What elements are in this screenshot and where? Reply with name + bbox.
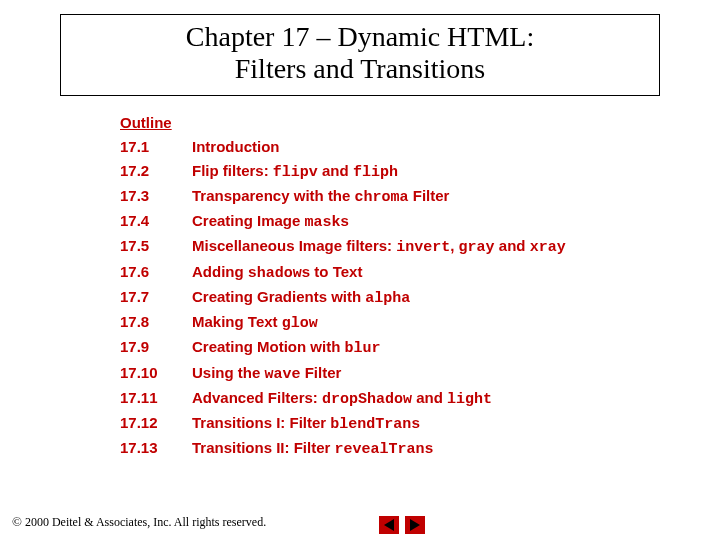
prev-slide-button[interactable]: [379, 516, 399, 534]
copyright-text: 2000 Deitel & Associates, Inc. All right…: [25, 515, 266, 530]
outline-number: 17.7: [120, 285, 192, 310]
outline-number: 17.4: [120, 209, 192, 234]
footer: © 2000 Deitel & Associates, Inc. All rig…: [12, 514, 708, 530]
outline-number: 17.8: [120, 310, 192, 335]
outline-row: 17.6Adding shadows to Text: [120, 260, 680, 285]
outline-number: 17.5: [120, 234, 192, 259]
outline-text: Using the wave Filter: [192, 361, 680, 386]
svg-marker-1: [410, 519, 420, 531]
outline-row: 17.2Flip filters: flipv and fliph: [120, 159, 680, 184]
code-keyword: wave: [265, 366, 301, 383]
outline-text: Creating Motion with blur: [192, 335, 680, 360]
svg-marker-0: [384, 519, 394, 531]
next-slide-button[interactable]: [405, 516, 425, 534]
outline-text: Making Text glow: [192, 310, 680, 335]
outline-row: 17.11Advanced Filters: dropShadow and li…: [120, 386, 680, 411]
outline-row: 17.12Transitions I: Filter blendTrans: [120, 411, 680, 436]
text-span: Using the: [192, 364, 265, 381]
text-span: Transitions II: Filter: [192, 439, 335, 456]
outline-row: 17.8Making Text glow: [120, 310, 680, 335]
slide-nav: [379, 516, 425, 534]
code-keyword: blur: [344, 340, 380, 357]
text-span: Introduction: [192, 138, 279, 155]
outline-text: Transitions II: Filter revealTrans: [192, 436, 680, 461]
text-span: Making Text: [192, 313, 282, 330]
outline-row: 17.3Transparency with the chroma Filter: [120, 184, 680, 209]
text-span: Creating Motion with: [192, 338, 344, 355]
outline-number: 17.2: [120, 159, 192, 184]
title-line-2: Filters and Transitions: [71, 53, 649, 85]
code-keyword: flipv: [273, 164, 318, 181]
outline-row: 17.7Creating Gradients with alpha: [120, 285, 680, 310]
outline-row: 17.4Creating Image masks: [120, 209, 680, 234]
outline-heading: Outline: [120, 114, 680, 131]
text-span: and: [495, 237, 530, 254]
outline-text: Introduction: [192, 135, 680, 158]
text-span: Filter: [409, 187, 450, 204]
outline-text: Flip filters: flipv and fliph: [192, 159, 680, 184]
outline-number: 17.12: [120, 411, 192, 436]
text-span: Miscellaneous Image filters:: [192, 237, 396, 254]
code-keyword: fliph: [353, 164, 398, 181]
code-keyword: glow: [282, 315, 318, 332]
outline-section: Outline 17.1Introduction17.2Flip filters…: [120, 114, 680, 461]
outline-text: Miscellaneous Image filters: invert, gra…: [192, 234, 680, 259]
chapter-title-box: Chapter 17 – Dynamic HTML: Filters and T…: [60, 14, 660, 96]
outline-text: Adding shadows to Text: [192, 260, 680, 285]
outline-number: 17.10: [120, 361, 192, 386]
text-span: ,: [450, 237, 458, 254]
text-span: Filter: [301, 364, 342, 381]
text-span: Adding: [192, 263, 248, 280]
code-keyword: shadow: [248, 265, 302, 282]
outline-text: Transitions I: Filter blendTrans: [192, 411, 680, 436]
code-keyword: chroma: [355, 189, 409, 206]
code-keyword: gray: [459, 239, 495, 256]
outline-text: Creating Image masks: [192, 209, 680, 234]
code-keyword: invert: [396, 239, 450, 256]
text-span: Flip filters:: [192, 162, 273, 179]
code-keyword: mask: [305, 214, 341, 231]
text-span: s: [341, 212, 349, 229]
code-keyword: light: [447, 391, 492, 408]
outline-number: 17.13: [120, 436, 192, 461]
outline-number: 17.9: [120, 335, 192, 360]
text-span: Creating Image: [192, 212, 305, 229]
text-span: Transitions I: Filter: [192, 414, 330, 431]
outline-text: Advanced Filters: dropShadow and light: [192, 386, 680, 411]
text-span: Transparency with the: [192, 187, 355, 204]
text-span: Creating Gradients with: [192, 288, 365, 305]
outline-row: 17.9Creating Motion with blur: [120, 335, 680, 360]
outline-row: 17.1Introduction: [120, 135, 680, 158]
outline-number: 17.11: [120, 386, 192, 411]
text-span: Advanced Filters:: [192, 389, 322, 406]
outline-number: 17.6: [120, 260, 192, 285]
outline-row: 17.5Miscellaneous Image filters: invert,…: [120, 234, 680, 259]
code-keyword: blendTrans: [330, 416, 420, 433]
outline-row: 17.13Transitions II: Filter revealTrans: [120, 436, 680, 461]
code-keyword: revealTrans: [335, 441, 434, 458]
outline-row: 17.10Using the wave Filter: [120, 361, 680, 386]
outline-text: Creating Gradients with alpha: [192, 285, 680, 310]
code-keyword: xray: [530, 239, 566, 256]
outline-number: 17.3: [120, 184, 192, 209]
text-span: and: [318, 162, 353, 179]
title-line-1: Chapter 17 – Dynamic HTML:: [71, 21, 649, 53]
code-keyword: alpha: [365, 290, 410, 307]
text-span: and: [412, 389, 447, 406]
text-span: s to Text: [302, 263, 363, 280]
outline-text: Transparency with the chroma Filter: [192, 184, 680, 209]
code-keyword: dropShadow: [322, 391, 412, 408]
copyright-icon: ©: [12, 514, 22, 530]
outline-number: 17.1: [120, 135, 192, 158]
